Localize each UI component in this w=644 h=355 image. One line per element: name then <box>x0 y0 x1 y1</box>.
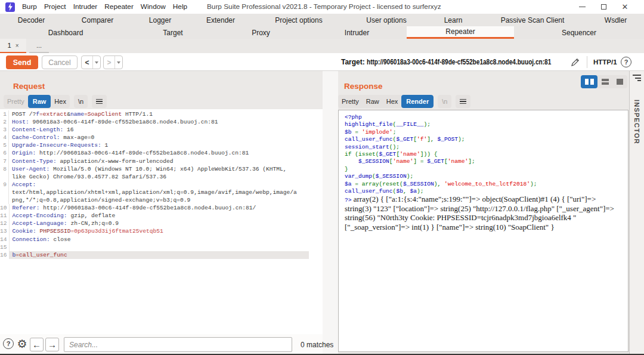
request-line-6[interactable]: 6Origin: http://906018a3-00c6-414f-89de-… <box>0 149 309 157</box>
request-line-12[interactable]: 12Accept-Language: zh-CN,zh;q=0.9 <box>0 220 309 227</box>
panel-divider[interactable] <box>323 71 338 354</box>
menu-window[interactable]: Window <box>137 0 169 14</box>
menu-burp[interactable]: Burp <box>18 0 41 14</box>
view-tab-pretty[interactable]: Pretty <box>4 95 28 108</box>
editor-menu-button[interactable] <box>92 95 107 108</box>
request-line-13[interactable]: 13Cookie: PHPSESSID=0p63pu3d3ij6ftmat25v… <box>0 227 309 235</box>
search-input[interactable]: Search... <box>64 337 292 352</box>
layout-rows-button[interactable] <box>597 75 612 88</box>
menu-project[interactable]: Project <box>41 0 70 14</box>
request-line-7[interactable]: 7Content-Type: application/x-www-form-ur… <box>0 158 309 165</box>
tab-decoder[interactable]: Decoder <box>0 14 63 26</box>
tab-target[interactable]: Target <box>131 26 215 39</box>
tab-comparer[interactable]: Comparer <box>63 14 132 26</box>
show-newlines-button[interactable]: \n <box>438 95 451 108</box>
close-tab-icon[interactable]: × <box>16 42 19 49</box>
menu-intruder[interactable]: Intruder <box>70 0 101 14</box>
line-number: 8 <box>0 165 9 181</box>
request-editor[interactable]: 1POST /?f=extract&name=SoapClient HTTP/1… <box>0 109 309 334</box>
cancel-button[interactable]: Cancel <box>42 55 78 69</box>
target-line: Target: http://906018a3-00c6-414f-89de-c… <box>341 53 586 71</box>
request-line-9[interactable]: 9Accept: text/html,application/xhtml+xml… <box>0 181 309 204</box>
tab-passive-scan-client[interactable]: Passive Scan Client <box>478 14 587 26</box>
request-line-3[interactable]: 3Content-Length: 16 <box>0 126 309 134</box>
tab-proxy[interactable]: Proxy <box>215 26 307 39</box>
request-line-2[interactable]: 2Host: 906018a3-00c6-414f-89de-cf552be1a… <box>0 118 309 126</box>
back-dropdown[interactable] <box>93 56 100 69</box>
target-label: Target: <box>341 58 365 66</box>
request-line-1[interactable]: 1POST /?f=extract&name=SoapClient HTTP/1… <box>0 110 309 118</box>
request-line-11[interactable]: 11Accept-Encoding: gzip, deflate <box>0 212 309 220</box>
show-newlines-button[interactable]: \n <box>74 95 88 108</box>
tab-user-options[interactable]: User options <box>344 14 429 26</box>
request-line-10[interactable]: 10Referer: http://906018a3-00c6-414f-89d… <box>0 204 309 212</box>
line-number: 10 <box>0 204 10 212</box>
maximize-icon <box>601 4 606 10</box>
forward-dropdown[interactable] <box>115 56 122 69</box>
request-line-5[interactable]: 5Upgrade-Insecure-Requests: 1 <box>0 141 309 149</box>
repeater-tab-1[interactable]: 1 × <box>0 39 26 53</box>
tab-learn[interactable]: Learn <box>429 14 478 26</box>
new-tab-button[interactable]: ... <box>29 39 49 53</box>
request-panel-title: Request <box>13 82 45 91</box>
burp-app-icon <box>5 2 15 12</box>
tab-extender[interactable]: Extender <box>188 14 253 26</box>
view-tab-pretty[interactable]: Pretty <box>338 95 363 108</box>
rows-layout-icon <box>602 79 609 85</box>
view-tab-render[interactable]: Render <box>401 95 434 108</box>
menu-help[interactable]: Help <box>169 0 191 14</box>
tab-sequencer[interactable]: Sequencer <box>514 26 644 39</box>
editor-menu-button[interactable] <box>456 95 470 108</box>
view-tab-raw[interactable]: Raw <box>363 95 383 108</box>
minimize-button[interactable] <box>571 0 593 14</box>
search-next-button[interactable]: → <box>45 338 59 351</box>
line-number: 3 <box>0 126 9 134</box>
search-settings-gear-icon[interactable]: ⚙ <box>16 334 29 354</box>
edit-target-icon[interactable] <box>570 57 580 67</box>
layout-single-button[interactable] <box>612 75 627 88</box>
request-line-4[interactable]: 4Cache-Control: max-age=0 <box>0 134 309 141</box>
help-icon[interactable]: ? <box>621 57 631 67</box>
window-controls: ✕ <box>571 0 636 14</box>
toolbar-separator <box>587 56 587 68</box>
request-line-15[interactable]: 15 <box>0 243 309 251</box>
arrow-left-icon: ← <box>32 339 41 350</box>
layout-columns-button[interactable] <box>581 75 597 88</box>
tab-logger[interactable]: Logger <box>132 14 188 26</box>
line-number: 1 <box>0 110 9 118</box>
view-tab-raw[interactable]: Raw <box>28 95 51 108</box>
request-line-16[interactable]: 16b=call_user_func <box>0 251 309 259</box>
forward-button[interactable]: > <box>103 55 123 69</box>
view-tab-hex[interactable]: Hex <box>383 95 402 108</box>
response-rendered-view[interactable]: <?php highlight_file(__FILE__); $b = 'im… <box>338 110 628 352</box>
send-button[interactable]: Send <box>6 55 38 69</box>
line-number: 5 <box>0 141 9 149</box>
http-version-selector[interactable]: HTTP/1 <box>593 53 617 71</box>
target-url: http://906018a3-00c6-414f-89de-cf552be1a… <box>367 58 551 66</box>
tab-dashboard[interactable]: Dashboard <box>0 26 131 39</box>
single-layout-icon <box>617 79 623 85</box>
view-tab-hex[interactable]: Hex <box>51 95 70 108</box>
tab-project-options[interactable]: Project options <box>253 14 344 26</box>
inspector-collapse-icon[interactable] <box>633 75 641 81</box>
inspector-panel[interactable]: INSPECTOR <box>629 71 644 355</box>
inspector-label: INSPECTOR <box>633 100 640 144</box>
minimize-icon <box>579 7 586 8</box>
maximize-button[interactable] <box>593 0 614 14</box>
close-button[interactable]: ✕ <box>614 0 636 14</box>
request-line-8[interactable]: 8User-Agent: Mozilla/5.0 (Windows NT 10.… <box>0 165 309 181</box>
tab-wsdler[interactable]: Wsdler <box>587 14 644 26</box>
back-button[interactable]: < <box>81 55 101 69</box>
line-number: 4 <box>0 134 9 141</box>
request-line-14[interactable]: 14Connection: close <box>0 236 309 243</box>
line-number: 16 <box>0 251 10 259</box>
tab-repeater[interactable]: Repeater <box>407 26 514 39</box>
search-placeholder: Search... <box>69 341 98 349</box>
menu-repeater[interactable]: Repeater <box>101 0 137 14</box>
line-number: 14 <box>0 236 10 243</box>
response-panel-title: Response <box>344 82 383 91</box>
search-prev-button[interactable]: ← <box>30 338 44 351</box>
search-help-icon[interactable]: ? <box>3 338 14 349</box>
tab-intruder[interactable]: Intruder <box>307 26 407 39</box>
chevron-down-icon <box>95 61 98 64</box>
